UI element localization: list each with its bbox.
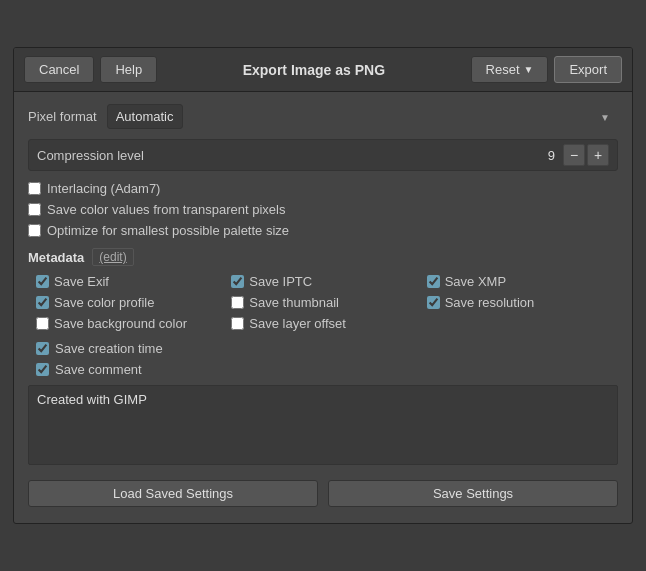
toolbar: Cancel Help Export Image as PNG Reset ▼ …	[14, 48, 632, 92]
save-comment-label: Save comment	[55, 362, 142, 377]
pixel-format-select[interactable]: Automatic	[107, 104, 183, 129]
reset-label: Reset	[486, 62, 520, 77]
save-resolution-label: Save resolution	[445, 295, 535, 310]
compression-value: 9	[548, 148, 555, 163]
save-comment-row: Save comment	[36, 362, 618, 377]
comment-textarea[interactable]	[28, 385, 618, 465]
save-settings-button[interactable]: Save Settings	[328, 480, 618, 507]
metadata-grid: Save Exif Save IPTC Save XMP Save color …	[36, 274, 618, 331]
compression-increase-button[interactable]: +	[587, 144, 609, 166]
save-creation-time-checkbox[interactable]	[36, 342, 49, 355]
save-layer-offset-label: Save layer offset	[249, 316, 346, 331]
save-color-transparent-checkbox[interactable]	[28, 203, 41, 216]
save-color-profile-row: Save color profile	[36, 295, 227, 310]
footer-buttons: Load Saved Settings Save Settings	[28, 480, 618, 511]
load-saved-settings-button[interactable]: Load Saved Settings	[28, 480, 318, 507]
metadata-extra: Save creation time Save comment	[36, 341, 618, 377]
reset-button[interactable]: Reset ▼	[471, 56, 549, 83]
save-color-profile-checkbox[interactable]	[36, 296, 49, 309]
optimize-palette-label: Optimize for smallest possible palette s…	[47, 223, 289, 238]
save-layer-offset-checkbox[interactable]	[231, 317, 244, 330]
save-exif-checkbox[interactable]	[36, 275, 49, 288]
save-thumbnail-label: Save thumbnail	[249, 295, 339, 310]
save-color-profile-label: Save color profile	[54, 295, 154, 310]
save-iptc-label: Save IPTC	[249, 274, 312, 289]
compression-row: Compression level 9 − +	[28, 139, 618, 171]
save-background-color-checkbox[interactable]	[36, 317, 49, 330]
save-layer-offset-row: Save layer offset	[231, 316, 422, 331]
help-button[interactable]: Help	[100, 56, 157, 83]
dialog-body: Pixel format Automatic Compression level…	[14, 92, 632, 523]
save-resolution-checkbox[interactable]	[427, 296, 440, 309]
save-thumbnail-row: Save thumbnail	[231, 295, 422, 310]
save-exif-label: Save Exif	[54, 274, 109, 289]
optimize-palette-checkbox[interactable]	[28, 224, 41, 237]
compression-label: Compression level	[37, 148, 548, 163]
save-comment-checkbox[interactable]	[36, 363, 49, 376]
cancel-button[interactable]: Cancel	[24, 56, 94, 83]
metadata-header: Metadata (edit)	[28, 248, 618, 266]
save-thumbnail-checkbox[interactable]	[231, 296, 244, 309]
optimize-palette-row: Optimize for smallest possible palette s…	[28, 223, 618, 238]
save-xmp-row: Save XMP	[427, 274, 618, 289]
dialog: Cancel Help Export Image as PNG Reset ▼ …	[13, 47, 633, 524]
compression-decrease-button[interactable]: −	[563, 144, 585, 166]
save-background-color-row: Save background color	[36, 316, 227, 331]
dialog-title: Export Image as PNG	[163, 62, 464, 78]
save-resolution-row: Save resolution	[427, 295, 618, 310]
interlacing-label: Interlacing (Adam7)	[47, 181, 160, 196]
metadata-title: Metadata	[28, 250, 84, 265]
metadata-edit-link[interactable]: (edit)	[92, 248, 133, 266]
save-creation-time-row: Save creation time	[36, 341, 618, 356]
interlacing-row: Interlacing (Adam7)	[28, 181, 618, 196]
save-color-transparent-row: Save color values from transparent pixel…	[28, 202, 618, 217]
save-exif-row: Save Exif	[36, 274, 227, 289]
interlacing-checkbox[interactable]	[28, 182, 41, 195]
save-xmp-label: Save XMP	[445, 274, 506, 289]
save-xmp-checkbox[interactable]	[427, 275, 440, 288]
save-iptc-checkbox[interactable]	[231, 275, 244, 288]
save-color-transparent-label: Save color values from transparent pixel…	[47, 202, 285, 217]
export-button[interactable]: Export	[554, 56, 622, 83]
save-iptc-row: Save IPTC	[231, 274, 422, 289]
pixel-format-label: Pixel format	[28, 109, 97, 124]
save-creation-time-label: Save creation time	[55, 341, 163, 356]
save-background-color-label: Save background color	[54, 316, 187, 331]
pixel-format-row: Pixel format Automatic	[28, 104, 618, 129]
reset-arrow-icon: ▼	[524, 64, 534, 75]
pixel-format-select-wrapper: Automatic	[107, 104, 618, 129]
